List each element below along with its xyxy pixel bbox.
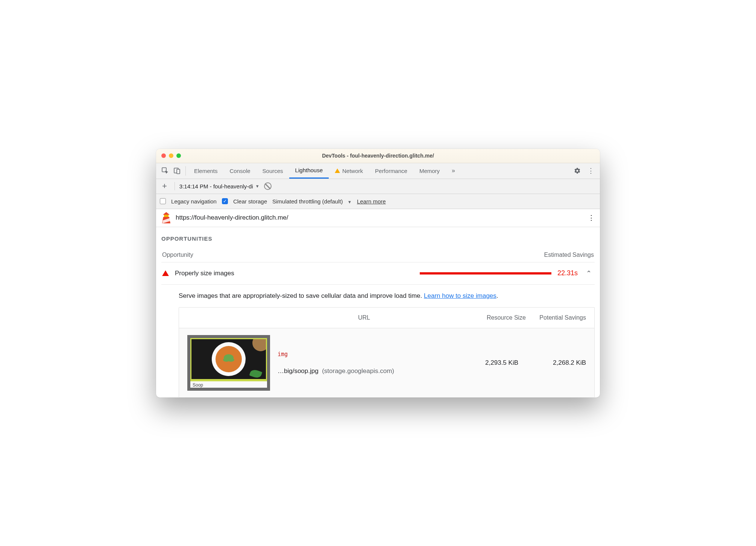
report-selector[interactable]: 3:14:14 PM - foul-heavenly-di ▼ [179,183,260,190]
savings-bar [420,272,551,275]
device-toolbar-icon[interactable] [171,163,183,179]
more-tabs-button[interactable]: » [446,163,461,179]
lighthouse-logo-icon [161,212,171,223]
tab-console[interactable]: Console [224,163,257,179]
zoom-window-button[interactable] [176,153,181,158]
fail-icon [162,270,169,276]
new-report-button[interactable]: + [159,181,170,191]
clear-storage-checkbox[interactable] [222,198,228,204]
clear-storage-label: Clear storage [233,198,267,205]
opportunity-columns-header: Opportunity Estimated Savings [161,252,595,262]
warning-icon [335,168,340,173]
opportunity-title: Properly size images [175,270,234,277]
svg-marker-3 [163,212,170,215]
devtools-tabbar: Elements Console Sources Lighthouse Netw… [156,163,600,179]
window-controls [161,153,181,158]
element-tag: img [278,351,451,358]
inspect-element-icon[interactable] [159,163,171,179]
table-header: URL Resource Size Potential Savings [179,308,594,328]
potential-savings: 2,268.2 KiB [526,359,586,367]
minimize-window-button[interactable] [169,153,173,158]
settings-icon[interactable] [571,167,583,174]
col-opportunity: Opportunity [162,252,193,258]
caret-down-icon: ▼ [348,200,352,204]
col-estimated-savings: Estimated Savings [544,252,594,258]
more-options-icon[interactable]: ⋮ [585,167,597,175]
tab-network[interactable]: Network [329,163,369,179]
table-row: Soop img …big/soop.jpg (storage.googleap… [179,328,594,397]
th-potential-savings: Potential Savings [526,314,586,321]
report-url-bar: https://foul-heavenly-direction.glitch.m… [156,209,600,227]
th-url: URL [187,314,466,321]
tab-network-label: Network [342,168,363,174]
resource-size: 2,293.5 KiB [458,359,518,367]
svg-rect-4 [164,215,169,217]
close-window-button[interactable] [161,153,166,158]
svg-rect-2 [177,169,180,174]
caret-down-icon: ▼ [255,184,260,188]
resource-host: (storage.googleapis.com) [322,367,394,375]
tab-performance[interactable]: Performance [369,163,413,179]
learn-how-link[interactable]: Learn how to size images [424,292,496,299]
learn-more-link[interactable]: Learn more [357,198,386,205]
legacy-navigation-label: Legacy navigation [171,198,217,205]
resource-thumbnail[interactable]: Soop [187,335,270,391]
resource-path: …big/soop.jpg [278,367,319,375]
legacy-navigation-checkbox[interactable] [160,198,166,204]
section-heading: OPPORTUNITIES [161,234,595,252]
thumb-caption: Soop [190,380,267,388]
throttling-label: Simulated throttling (default) [272,198,343,205]
lighthouse-toolbar: + 3:14:14 PM - foul-heavenly-di ▼ [156,179,600,194]
resources-table: URL Resource Size Potential Savings Soop… [179,307,595,397]
th-resource-size: Resource Size [466,314,526,321]
desc-text: Serve images that are appropriately-size… [179,292,424,299]
tab-sources[interactable]: Sources [257,163,289,179]
tab-lighthouse[interactable]: Lighthouse [289,163,329,179]
window-title: DevTools - foul-heavenly-direction.glitc… [156,153,600,159]
clear-all-icon[interactable] [264,182,272,190]
devtools-window: DevTools - foul-heavenly-direction.glitc… [156,149,600,397]
tab-memory[interactable]: Memory [413,163,446,179]
panel-tabs: Elements Console Sources Lighthouse Netw… [188,163,565,179]
throttling-select[interactable]: Simulated throttling (default) ▼ [272,198,352,205]
report-selector-label: 3:14:14 PM - foul-heavenly-di [179,183,253,190]
lighthouse-options: Legacy navigation Clear storage Simulate… [156,194,600,209]
tested-url: https://foul-heavenly-direction.glitch.m… [176,214,583,221]
titlebar: DevTools - foul-heavenly-direction.glitc… [156,149,600,163]
desc-text-end: . [496,292,498,299]
opportunity-description: Serve images that are appropriately-size… [161,285,595,307]
tab-elements[interactable]: Elements [188,163,224,179]
opportunity-time: 22.31s [557,269,578,277]
opportunity-row[interactable]: Properly size images 22.31s ⌃ [161,262,595,285]
report-menu-icon[interactable]: ⋮ [588,214,595,222]
resource-url[interactable]: …big/soop.jpg (storage.googleapis.com) [278,367,451,375]
chevron-up-icon[interactable]: ⌃ [584,269,594,278]
